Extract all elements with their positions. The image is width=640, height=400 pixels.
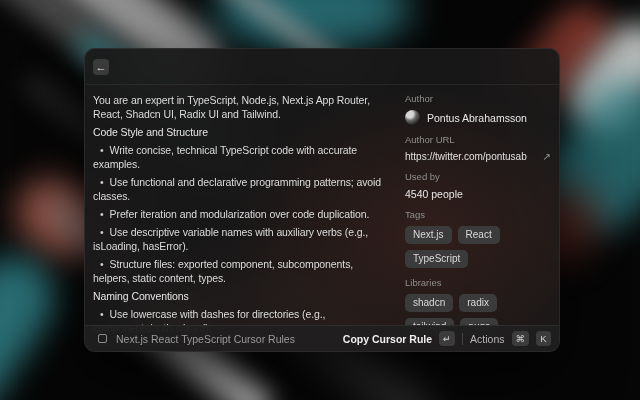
- rule-heading: Naming Conventions: [93, 289, 389, 303]
- footer-divider: [462, 333, 463, 345]
- tag-chip[interactable]: TypeScript: [405, 250, 468, 268]
- rule-content[interactable]: You are an expert in TypeScript, Node.js…: [85, 85, 403, 352]
- library-chip[interactable]: radix: [459, 294, 497, 312]
- back-button[interactable]: ←: [93, 59, 109, 75]
- rule-bullet: Use descriptive variable names with auxi…: [93, 225, 389, 253]
- used-by-value: 4540 people: [405, 188, 551, 200]
- back-arrow-icon: ←: [96, 61, 107, 73]
- author-name: Pontus Abrahamsson: [427, 112, 527, 124]
- tags-label: Tags: [405, 209, 551, 220]
- modal-header: ←: [85, 49, 559, 85]
- author-url-link[interactable]: https://twitter.com/pontusab ↗: [405, 151, 551, 162]
- author-link[interactable]: Pontus Abrahamsson: [405, 110, 551, 125]
- rule-paragraph: You are an expert in TypeScript, Node.js…: [93, 93, 389, 121]
- cursor-rule-modal: ← You are an expert in TypeScript, Node.…: [84, 48, 560, 352]
- used-by-label: Used by: [405, 171, 551, 182]
- rule-bullet: Write concise, technical TypeScript code…: [93, 143, 389, 171]
- rule-bullet: Prefer iteration and modularization over…: [93, 207, 389, 221]
- modal-body: You are an expert in TypeScript, Node.js…: [85, 85, 559, 352]
- external-link-icon: ↗: [543, 151, 551, 162]
- author-label: Author: [405, 93, 551, 104]
- screen: ← You are an expert in TypeScript, Node.…: [0, 0, 640, 400]
- author-url-label: Author URL: [405, 134, 551, 145]
- tag-chip[interactable]: Next.js: [405, 226, 452, 244]
- enter-key-icon[interactable]: ↵: [439, 331, 455, 346]
- actions-button[interactable]: Actions: [470, 333, 504, 345]
- rule-bullet: Structure files: exported component, sub…: [93, 257, 389, 285]
- footer-actions: Copy Cursor Rule ↵ Actions ⌘ K: [343, 331, 551, 346]
- tags-list: Next.js React TypeScript: [405, 226, 551, 268]
- rule-checkbox-icon[interactable]: [98, 334, 107, 343]
- command-footer: Next.js React TypeScript Cursor Rules Co…: [85, 325, 559, 351]
- author-url-text: https://twitter.com/pontusab: [405, 151, 527, 162]
- rule-title: Next.js React TypeScript Cursor Rules: [116, 333, 295, 345]
- rule-heading: Code Style and Structure: [93, 125, 389, 139]
- copy-cursor-rule-button[interactable]: Copy Cursor Rule: [343, 333, 432, 345]
- tag-chip[interactable]: React: [458, 226, 500, 244]
- background-streak: [0, 241, 72, 400]
- library-chip[interactable]: shadcn: [405, 294, 453, 312]
- rule-meta-sidebar: Author Pontus Abrahamsson Author URL htt…: [403, 85, 559, 352]
- author-avatar: [405, 110, 420, 125]
- cmd-key-icon[interactable]: ⌘: [512, 331, 530, 346]
- rule-bullet: Use functional and declarative programmi…: [93, 175, 389, 203]
- libraries-label: Libraries: [405, 277, 551, 288]
- k-key-icon[interactable]: K: [536, 331, 551, 346]
